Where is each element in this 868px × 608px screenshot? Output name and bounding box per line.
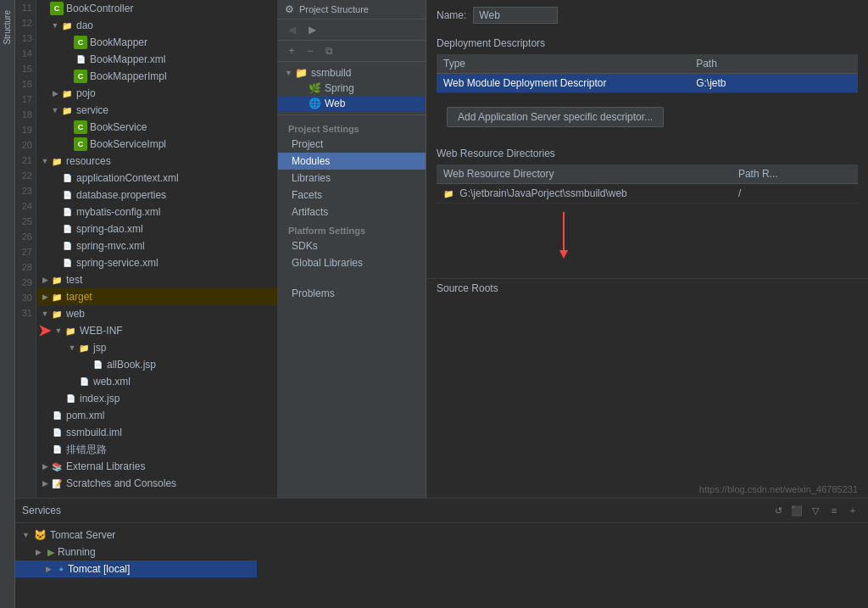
tree-item-bookcontroller[interactable]: C BookController <box>36 0 277 17</box>
tree-label: allBook.jsp <box>107 359 156 371</box>
tree-item-target[interactable]: ▶ 📁 target <box>36 288 277 305</box>
folder-icon: 📁 <box>64 324 77 337</box>
arrow-icon: ▶ <box>36 548 46 556</box>
tree-label: web <box>66 308 85 320</box>
properties-icon: 📄 <box>60 188 74 202</box>
ps-item-sdks[interactable]: SDKs <box>278 237 426 254</box>
tree-label: test <box>66 274 82 286</box>
tree-label: BookService <box>90 121 147 133</box>
tree-item-mybatis-config[interactable]: 📄 mybatis-config.xml <box>36 204 277 220</box>
ps-item-project[interactable]: Project <box>278 136 426 153</box>
arrow-icon: ▶ <box>40 462 50 471</box>
ps-item-libraries[interactable]: Libraries <box>278 170 426 187</box>
ps-item-modules[interactable]: Modules <box>278 153 426 170</box>
project-structure-panel: ⚙ Project Structure ◀ ▶ + − ⧉ ▼ <box>278 0 426 498</box>
ps-tree-ssmbuild[interactable]: ▼ 📁 ssmbuild <box>278 65 426 81</box>
tree-item-web[interactable]: ▼ 📁 web <box>36 305 277 322</box>
ps-item-global-libs[interactable]: Global Libraries <box>278 254 426 271</box>
col-path-rel: Path R... <box>732 165 858 184</box>
tree-item-bookmapper[interactable]: C BookMapper <box>36 34 277 51</box>
tree-item-spring-mvc[interactable]: 📄 spring-mvc.xml <box>36 237 277 254</box>
class-icon: C <box>50 2 64 15</box>
add-server-button[interactable]: Add Application Server specific descript… <box>447 107 664 127</box>
tree-item-jsp[interactable]: ▼ 📁 jsp <box>36 339 277 356</box>
tree-item-ext-libs[interactable]: ▶ 📚 External Libraries <box>36 458 277 475</box>
services-btn-stop[interactable]: ⬛ <box>788 502 805 519</box>
ps-forward-btn[interactable]: ▶ <box>303 21 320 38</box>
services-btn-refresh[interactable]: ↺ <box>770 502 787 519</box>
ps-copy-btn[interactable]: ⧉ <box>320 42 337 59</box>
deployment-descriptors-section: Deployment Descriptors Type Path Web Mod… <box>426 31 868 100</box>
ps-icon: ⚙ <box>285 3 294 15</box>
tree-item-spring-service[interactable]: 📄 spring-service.xml <box>36 254 277 271</box>
tree-item-bookmapperimpl[interactable]: C BookMapperImpl <box>36 68 277 85</box>
tree-item-spring-dao[interactable]: 📄 spring-dao.xml <box>36 220 277 237</box>
service-label: Tomcat Server <box>50 529 115 541</box>
ps-back-btn[interactable]: ◀ <box>283 21 300 38</box>
watermark-url: https://blog.csdn.net/weixin_46785231 <box>699 484 858 494</box>
web-resource-row[interactable]: 📁 G:\jetbrain\JavaPorject\ssmbuild\web / <box>437 184 858 204</box>
arrow-icon: ▼ <box>40 157 50 165</box>
service-item-running[interactable]: ▶ ▶ Running <box>15 544 257 561</box>
service-item-tomcat-local[interactable]: ▶ ✦ Tomcat [local] <box>15 561 257 577</box>
folder-icon: 📁 <box>60 103 74 117</box>
services-toolbar: ↺ ⬛ ▽ ≡ + <box>770 502 861 519</box>
tree-item-test[interactable]: ▶ 📁 test <box>36 271 277 288</box>
tree-item-ssmbuild-iml[interactable]: 📄 ssmbuild.iml <box>36 424 277 441</box>
source-roots-section: Source Roots <box>426 278 868 298</box>
service-item-tomcat-server[interactable]: ▼ 🐱 Tomcat Server <box>15 527 257 544</box>
add-server-area: Add Application Server specific descript… <box>426 100 868 141</box>
ps-item-problems[interactable]: Problems <box>278 285 426 302</box>
folder-icon: 📁 <box>295 67 308 79</box>
tree-label: index.jsp <box>80 393 120 404</box>
tree-item-scratches[interactable]: ▶ 📝 Scratches and Consoles <box>36 475 277 492</box>
tree-item-web-xml[interactable]: 📄 web.xml <box>36 373 277 390</box>
ps-tree-spring[interactable]: 🌿 Spring <box>278 81 426 96</box>
source-roots-label: Source Roots <box>437 282 498 294</box>
col-web-dir: Web Resource Directory <box>437 165 732 184</box>
tree-item-resources[interactable]: ▼ 📁 resources <box>36 153 277 170</box>
platform-settings-label: Platform Settings <box>278 220 426 237</box>
name-input[interactable] <box>473 7 558 24</box>
tree-item-allbook[interactable]: 📄 allBook.jsp <box>36 356 277 373</box>
class-icon: C <box>74 120 87 134</box>
services-btn-group[interactable]: ≡ <box>826 502 843 519</box>
tree-item-bookmapper-xml[interactable]: 📄 BookMapper.xml <box>36 51 277 68</box>
services-panel: Services ↺ ⬛ ▽ ≡ + ▼ 🐱 Tomcat Server <box>15 498 868 608</box>
tree-item-database-props[interactable]: 📄 database.properties <box>36 187 277 204</box>
tree-label: jsp <box>93 342 106 354</box>
tomcat-local-icon: ✦ <box>58 565 64 574</box>
services-btn-filter[interactable]: ▽ <box>807 502 824 519</box>
tree-item-appcontext[interactable]: 📄 applicationContext.xml <box>36 170 277 187</box>
tree-item-webinf[interactable]: ▼ 📁 WEB-INF <box>36 322 277 339</box>
xml-icon: 📄 <box>74 53 87 66</box>
ps-tree-web[interactable]: 🌐 Web <box>278 96 426 111</box>
tree-item-pom[interactable]: 📄 pom.xml <box>36 407 277 424</box>
tree-item-bookservice[interactable]: C BookService <box>36 119 277 136</box>
services-btn-add[interactable]: + <box>844 502 861 519</box>
web-icon: 🌐 <box>309 98 321 109</box>
arrow-icon: ▶ <box>46 565 56 573</box>
tree-label: pom.xml <box>66 410 104 421</box>
tree-item-bookserviceimpl[interactable]: C BookServiceImpl <box>36 136 277 153</box>
ps-remove-btn[interactable]: − <box>302 42 319 59</box>
tree-item-service[interactable]: ▼ 📁 service <box>36 102 277 119</box>
ps-item-facets[interactable]: Facets <box>278 187 426 204</box>
tree-label: spring-dao.xml <box>76 223 143 235</box>
tree-label: database.properties <box>76 189 166 201</box>
tree-item-dao[interactable]: ▼ 📁 dao <box>36 17 277 34</box>
arrow-icon: ▶ <box>50 89 60 98</box>
ps-item-artifacts[interactable]: Artifacts <box>278 204 426 220</box>
ps-add-btn[interactable]: + <box>283 42 300 59</box>
vertical-tab-structure[interactable]: Structure <box>1 3 14 52</box>
descriptor-row[interactable]: Web Module Deployment Descriptor G:\jetb <box>437 74 858 93</box>
arrow-icon: ▶ <box>40 479 50 488</box>
tree-item-troubleshoot[interactable]: 📄 排错思路 <box>36 441 277 458</box>
tree-item-pojo[interactable]: ▶ 📁 pojo <box>36 85 277 102</box>
class-icon: C <box>74 36 87 49</box>
xml-icon: 📄 <box>60 256 74 270</box>
xml-icon: 📄 <box>60 171 74 185</box>
tree-item-index-jsp[interactable]: 📄 index.jsp <box>36 390 277 407</box>
tree-label: pojo <box>76 87 96 99</box>
ps-tree-label: Web <box>325 98 345 109</box>
